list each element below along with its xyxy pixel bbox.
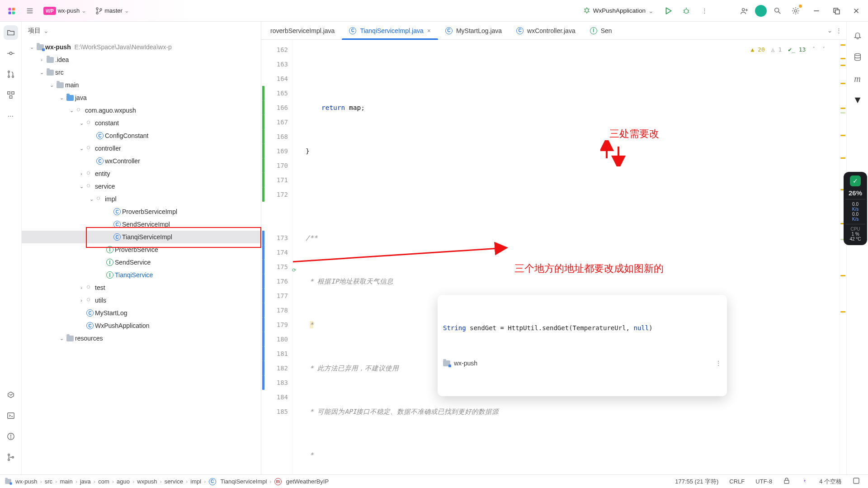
project-selector[interactable]: WP wx-push ⌄ bbox=[41, 5, 89, 17]
tree-sendimpl[interactable]: CSendServiceImpl bbox=[22, 218, 261, 231]
project-tool-icon[interactable] bbox=[4, 25, 18, 40]
svg-rect-0 bbox=[9, 8, 11, 10]
gutter[interactable]: 1621631641651661671681691701711721731741… bbox=[261, 40, 293, 474]
tree-resources[interactable]: ⌄resources bbox=[22, 332, 261, 345]
more-tools-icon[interactable]: ⋯ bbox=[4, 109, 18, 123]
crumb-item[interactable]: com bbox=[98, 478, 109, 485]
tree-root[interactable]: ⌄wx-push E:\WorkSpace\Java\NewIdea\wx-p bbox=[22, 41, 261, 53]
module-icon bbox=[443, 360, 450, 366]
tree-tianqiservice[interactable]: ITianqiService bbox=[22, 269, 261, 281]
readonly-toggle-icon[interactable] bbox=[779, 477, 794, 486]
commit-tool-icon[interactable] bbox=[4, 46, 18, 61]
tab-mystartlog[interactable]: CMyStartLog.java bbox=[438, 22, 509, 39]
ai-tool-icon[interactable] bbox=[850, 93, 865, 108]
maximize-button[interactable] bbox=[829, 4, 844, 18]
tab-proverbserviceimpl[interactable]: roverbServiceImpl.java bbox=[263, 22, 342, 39]
error-stripe[interactable] bbox=[839, 40, 846, 474]
crumb-item[interactable]: aguo bbox=[117, 478, 130, 485]
tree-test[interactable]: ›test bbox=[22, 281, 261, 294]
notifications-icon[interactable] bbox=[850, 28, 865, 43]
indent-setting[interactable]: 4 个空格 bbox=[816, 478, 845, 486]
terminal-tool-icon[interactable] bbox=[4, 408, 18, 423]
more-run-icon[interactable]: ⋮ bbox=[697, 4, 712, 18]
git-branch-selector[interactable]: master ⌄ bbox=[93, 5, 132, 16]
crumb-item[interactable]: src bbox=[45, 478, 52, 485]
tree-package[interactable]: ⌄com.aguo.wxpush bbox=[22, 104, 261, 117]
maven-tool-icon[interactable]: m bbox=[850, 71, 865, 86]
crumb-item[interactable]: main bbox=[60, 478, 72, 485]
tree-main[interactable]: ⌄main bbox=[22, 79, 261, 91]
status-more-icon[interactable] bbox=[849, 477, 863, 486]
debug-button[interactable] bbox=[679, 4, 693, 18]
tree-wxpushapp[interactable]: CWxPushApplication bbox=[22, 319, 261, 332]
tabs-chevron-icon[interactable]: ⌄ bbox=[827, 27, 832, 34]
svg-rect-49 bbox=[854, 478, 859, 483]
copilot-icon[interactable] bbox=[797, 477, 812, 486]
tree-tianqiimpl[interactable]: CTianqiServiceImpl bbox=[22, 231, 261, 243]
svg-line-14 bbox=[684, 12, 684, 12]
problems-tool-icon[interactable] bbox=[4, 429, 18, 444]
caret-position[interactable]: 177:55 (21 字符) bbox=[671, 478, 722, 486]
run-config-selector[interactable]: WxPushApplication ⌄ bbox=[580, 5, 657, 16]
breadcrumbs[interactable]: wx-push›src›main›java›com›aguo›wxpush›se… bbox=[15, 478, 329, 485]
crumb-item[interactable]: java bbox=[80, 478, 91, 485]
svg-rect-33 bbox=[7, 92, 9, 94]
svg-point-31 bbox=[8, 76, 9, 78]
crumb-item[interactable]: impl bbox=[190, 478, 201, 485]
crumb-item[interactable]: service bbox=[165, 478, 183, 485]
tabs-more-icon[interactable]: ⋮ bbox=[836, 27, 842, 34]
svg-point-42 bbox=[8, 459, 9, 461]
file-encoding[interactable]: UTF-8 bbox=[752, 478, 776, 485]
tree-service[interactable]: ⌄service bbox=[22, 180, 261, 193]
tree-entity[interactable]: ›entity bbox=[22, 167, 261, 180]
hamburger-icon[interactable] bbox=[23, 4, 37, 18]
perf-percent: 26% bbox=[845, 189, 865, 197]
code-with-me-icon[interactable] bbox=[737, 4, 751, 18]
vcs-tool-icon[interactable] bbox=[4, 450, 18, 464]
crumb-item[interactable]: wx-push bbox=[15, 478, 37, 485]
database-tool-icon[interactable] bbox=[850, 50, 865, 64]
tree-wxcontroller[interactable]: CwxController bbox=[22, 155, 261, 167]
svg-line-15 bbox=[689, 12, 689, 12]
minimize-button[interactable] bbox=[809, 4, 824, 18]
run-button[interactable] bbox=[661, 4, 675, 18]
structure-tool-icon[interactable] bbox=[4, 88, 18, 102]
tree-proverbimpl[interactable]: CProverbServiceImpl bbox=[22, 205, 261, 218]
tab-more[interactable]: ISen bbox=[583, 22, 619, 39]
settings-icon[interactable] bbox=[788, 4, 803, 18]
tab-wxcontroller[interactable]: CwxController.java bbox=[509, 22, 583, 39]
tree-mystartlog[interactable]: CMyStartLog bbox=[22, 307, 261, 319]
svg-point-40 bbox=[10, 438, 11, 438]
app-menu-icon[interactable] bbox=[5, 4, 19, 18]
search-icon[interactable] bbox=[770, 4, 785, 18]
line-separator[interactable]: CRLF bbox=[726, 478, 748, 485]
tree-java[interactable]: ⌄java bbox=[22, 91, 261, 104]
statusbar: wx-push›src›main›java›com›aguo›wxpush›se… bbox=[0, 474, 868, 488]
crumb-item[interactable]: getWeatherByIP bbox=[286, 478, 329, 485]
panel-header[interactable]: 项目 ⌄ bbox=[22, 22, 261, 40]
perf-widget[interactable]: ✓ 26% 0.0 K/s 0.0 K/s CPU 1 % 42 °C bbox=[844, 172, 867, 245]
left-tool-rail: ⋯ bbox=[0, 22, 22, 474]
tree-src[interactable]: ⌄src bbox=[22, 66, 261, 79]
crumb-item[interactable]: wxpush bbox=[137, 478, 157, 485]
project-tree[interactable]: ⌄wx-push E:\WorkSpace\Java\NewIdea\wx-p … bbox=[22, 40, 261, 474]
tree-idea[interactable]: ›.idea bbox=[22, 53, 261, 66]
tree-configconstant[interactable]: CConfigConstant bbox=[22, 129, 261, 142]
tree-utils[interactable]: ›utils bbox=[22, 294, 261, 307]
tree-constant[interactable]: ⌄constant bbox=[22, 117, 261, 129]
close-button[interactable] bbox=[849, 4, 863, 18]
tree-controller[interactable]: ⌄controller bbox=[22, 142, 261, 155]
close-tab-icon[interactable]: × bbox=[427, 27, 431, 34]
crumb-item[interactable]: TianqiServiceImpl bbox=[221, 478, 267, 485]
code-editor[interactable]: ▲ 20 ◬ 1 ✔̲ 13 ˆˇ return map; } /** * 根据… bbox=[293, 40, 839, 474]
hint-more-icon[interactable]: ⋮ bbox=[715, 357, 722, 369]
tab-tianqiserviceimpl[interactable]: CTianqiServiceImpl.java× bbox=[342, 22, 438, 39]
inspection-summary[interactable]: ▲ 20 ◬ 1 ✔̲ 13 ˆˇ bbox=[750, 43, 826, 57]
pull-requests-icon[interactable] bbox=[4, 67, 18, 81]
tree-proverbservice[interactable]: IProverbService bbox=[22, 243, 261, 256]
tree-sendservice[interactable]: ISendService bbox=[22, 256, 261, 269]
services-tool-icon[interactable] bbox=[4, 388, 18, 402]
tree-impl[interactable]: ⌄impl bbox=[22, 193, 261, 205]
account-avatar[interactable] bbox=[755, 5, 767, 17]
svg-rect-1 bbox=[12, 8, 15, 10]
